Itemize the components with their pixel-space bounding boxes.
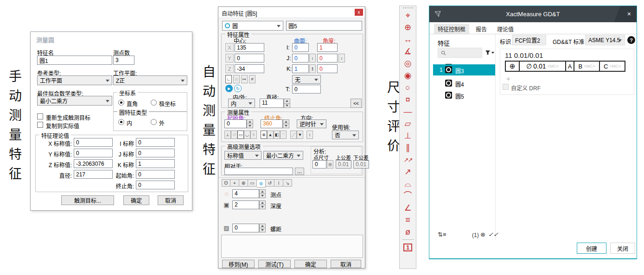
tab-report[interactable]: 报告 bbox=[472, 24, 491, 34]
datum-b-cell[interactable]: B <MC> bbox=[574, 61, 600, 72]
circular-runout-icon[interactable]: ↗ bbox=[400, 166, 416, 178]
move-to-button[interactable]: 移到(M) bbox=[222, 260, 255, 268]
datum-a-cell[interactable]: A bbox=[565, 61, 574, 72]
snap-corner-button[interactable]: ∟ bbox=[225, 75, 232, 83]
snap-vector-button[interactable]: ↦ bbox=[241, 75, 248, 83]
target-center-button[interactable]: ⊕ bbox=[261, 131, 267, 139]
spin-down-icon[interactable] bbox=[259, 228, 266, 232]
accept-all-icon[interactable]: ✓✓ bbox=[488, 231, 498, 238]
flip-surface-vector-button[interactable]: ↕ bbox=[309, 54, 316, 62]
add-segment-button[interactable]: + bbox=[506, 75, 510, 82]
spin-down-icon[interactable] bbox=[259, 194, 266, 198]
cancel-all-icon[interactable]: ⊗ bbox=[480, 231, 485, 238]
distance-icon[interactable]: ↔ bbox=[400, 33, 416, 45]
cancel-button[interactable]: 取消 bbox=[331, 260, 361, 268]
z-axis-button[interactable]: Z bbox=[225, 64, 234, 73]
tab-rescan-icon[interactable]: ↺ bbox=[266, 179, 274, 187]
touch-top-button[interactable]: ▲ bbox=[267, 131, 274, 139]
tab-moves-icon[interactable]: + bbox=[230, 179, 239, 187]
surface-k-input[interactable]: 1 bbox=[292, 64, 309, 73]
filter-button[interactable] bbox=[485, 49, 496, 57]
ok-button[interactable]: 确定 bbox=[294, 260, 327, 268]
fit-mode-select[interactable]: 最小二乘方 bbox=[263, 151, 303, 160]
probe-arc-button[interactable]: ◡ bbox=[244, 131, 250, 139]
symmetry-icon[interactable]: ≡ bbox=[400, 214, 416, 226]
i-nominal-input[interactable]: 0 bbox=[136, 138, 175, 147]
spin-up-icon[interactable] bbox=[259, 224, 266, 228]
angle-icon[interactable]: ∡ bbox=[400, 45, 416, 57]
position-symbol-cell[interactable]: ⊕ bbox=[505, 61, 520, 72]
line-profile-icon[interactable]: ⌒ bbox=[400, 190, 416, 202]
diameter-spinner[interactable]: 11 bbox=[260, 99, 290, 108]
point-path-button[interactable]: ⋰ bbox=[290, 131, 297, 139]
probe-box-button[interactable]: ▭ bbox=[237, 131, 244, 139]
close-button[interactable]: 关闭 bbox=[610, 243, 635, 254]
feature-list-item[interactable]: 圆5 bbox=[429, 90, 495, 100]
flip-angle-vector-button[interactable]: ↕ bbox=[338, 54, 345, 62]
tab-info-icon[interactable]: i bbox=[274, 179, 283, 187]
create-button[interactable]: 创建 bbox=[577, 243, 606, 254]
parallelism-icon[interactable]: ∥ bbox=[400, 142, 416, 154]
surface-offset-select[interactable]: 无 bbox=[292, 75, 321, 84]
true-position-icon[interactable]: ⊕ bbox=[400, 21, 416, 33]
copy-to-actuals-checkbox[interactable] bbox=[37, 122, 43, 128]
close-icon[interactable]: x bbox=[355, 9, 363, 16]
start-angle-spinner[interactable]: 0 bbox=[224, 119, 253, 128]
point-size-input[interactable]: 0 bbox=[312, 160, 326, 169]
standard-select[interactable]: ASME Y14.5 bbox=[585, 35, 625, 45]
feature-name-input[interactable]: 圆1 bbox=[37, 56, 112, 65]
location-icon[interactable]: ⌖ bbox=[400, 9, 416, 21]
browse-button[interactable]: ... bbox=[295, 168, 304, 175]
flatness-icon[interactable]: ▱ bbox=[400, 118, 416, 130]
point-tool-button[interactable]: ◎ bbox=[327, 160, 333, 169]
angle-i-input[interactable]: 1 bbox=[317, 43, 338, 52]
surface-j-input[interactable]: 0 bbox=[292, 54, 309, 62]
read-position-icon[interactable]: ↻ bbox=[234, 85, 242, 92]
concentricity-icon[interactable]: ◎ bbox=[400, 57, 416, 69]
collapse-button[interactable]: << bbox=[351, 99, 362, 108]
use-pin-select[interactable]: 否 bbox=[332, 131, 359, 139]
test-button[interactable]: 测试(T) bbox=[258, 260, 291, 268]
total-runout-icon[interactable]: ↗↗ bbox=[400, 154, 416, 166]
position-eval-icon[interactable]: ◉ bbox=[400, 69, 416, 81]
feature-name-input[interactable]: 圆5 bbox=[286, 21, 362, 31]
help-icon[interactable]: ? bbox=[627, 36, 635, 44]
double-tick-button[interactable]: ʺ bbox=[280, 131, 287, 139]
tab-theoretical[interactable]: 理论值 bbox=[493, 24, 517, 34]
close-icon[interactable]: × bbox=[627, 10, 631, 18]
surface-profile-icon[interactable]: ⌓ bbox=[400, 178, 416, 190]
nominal-mode-select[interactable]: 标称值 bbox=[224, 151, 261, 160]
t-input[interactable]: 0 bbox=[292, 85, 321, 94]
depth-spinner[interactable]: 2 bbox=[232, 200, 266, 209]
regen-targets-checkbox[interactable] bbox=[37, 113, 43, 119]
workplane-select[interactable]: Z正 bbox=[113, 75, 187, 85]
id-input[interactable]: FCF位置2 bbox=[512, 35, 546, 45]
feature-list-item[interactable]: 圆4 bbox=[429, 78, 495, 88]
bestfit-select[interactable]: 最小二乘方 bbox=[37, 96, 112, 106]
spin-down-icon[interactable] bbox=[247, 124, 253, 128]
inner-radio[interactable] bbox=[118, 119, 124, 125]
center-y-input[interactable]: 0 bbox=[235, 54, 264, 62]
hit-count-input[interactable]: 3 bbox=[113, 56, 134, 65]
spin-down-icon[interactable] bbox=[259, 205, 266, 209]
feature-type-select[interactable]: 圆 bbox=[222, 21, 283, 31]
j-nominal-input[interactable]: 0 bbox=[136, 149, 175, 157]
spin-down-icon[interactable] bbox=[284, 103, 290, 108]
direction-select[interactable]: 逆时针 bbox=[297, 119, 326, 128]
k-nominal-input[interactable]: 1 bbox=[136, 159, 175, 168]
y-axis-button[interactable]: Y bbox=[225, 54, 234, 62]
end-angle-input[interactable]: 0 bbox=[136, 181, 175, 189]
surface-i-input[interactable]: 0 bbox=[292, 43, 309, 52]
search-input[interactable] bbox=[438, 48, 482, 58]
relative-to-input[interactable] bbox=[224, 168, 293, 175]
probe-rotate-button[interactable]: ↺ bbox=[231, 131, 237, 139]
ok-button[interactable]: 确定 bbox=[123, 195, 149, 205]
start-angle-input[interactable]: 0 bbox=[136, 170, 175, 179]
tab-flag-icon[interactable]: ▭ bbox=[248, 179, 257, 187]
tolerance-cell[interactable]: ∅ 0.01 <MC> bbox=[519, 61, 566, 72]
feature-control-frame[interactable]: ⊕ ∅ 0.01 <MC> A B <MC> C <MC> bbox=[505, 61, 625, 72]
straightness-icon[interactable]: — bbox=[400, 106, 416, 118]
tab-pattern-icon[interactable]: ⊛ bbox=[257, 179, 266, 188]
rectangular-radio[interactable] bbox=[118, 100, 124, 106]
custom-drf-checkbox[interactable] bbox=[503, 84, 509, 90]
